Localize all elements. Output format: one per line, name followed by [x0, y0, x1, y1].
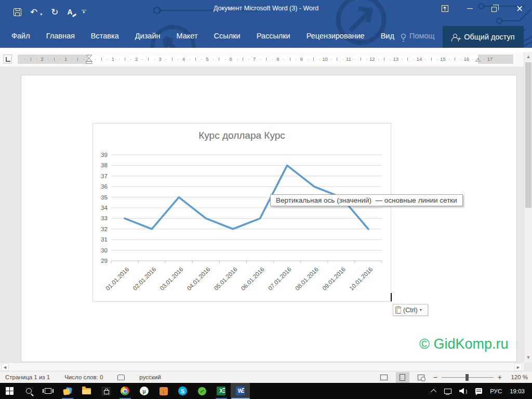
taskbar-skype-button[interactable]: S: [173, 383, 192, 399]
taskbar-photos-button[interactable]: [58, 383, 77, 399]
tab-дизайн[interactable]: Дизайн: [135, 32, 161, 40]
ruler-tick: [195, 58, 196, 61]
ruler-tick: [337, 58, 337, 61]
scroll-up-icon[interactable]: ▲: [524, 52, 532, 61]
title-and-ribbon-header: ↶ ▾ ↻ A ▾ Документ Microsoft Word (3) - …: [0, 0, 532, 48]
web-layout-button[interactable]: [415, 372, 428, 383]
x-axis-label: 06.01.2016: [240, 266, 265, 291]
indent-markers[interactable]: [18, 55, 513, 64]
task-view-icon: [45, 388, 51, 394]
zoom-in-button[interactable]: +: [498, 373, 502, 381]
language-indicator[interactable]: русский: [139, 374, 161, 380]
ruler-tick: [361, 58, 361, 61]
tab-ссылки[interactable]: Ссылки: [214, 32, 241, 40]
tab-файл[interactable]: Файл: [11, 32, 30, 40]
y-axis-label: 38: [101, 162, 108, 168]
taskbar-word-button[interactable]: W: [231, 383, 250, 399]
print-layout-button[interactable]: [396, 372, 409, 383]
taskbar-apps: µ↓SXW: [0, 383, 250, 399]
ruler-tick: [402, 59, 402, 60]
ruler-tick: [84, 59, 84, 60]
skype-icon: S: [178, 387, 187, 395]
paste-options-button[interactable]: (Ctrl) ▾: [393, 304, 428, 316]
restore-button[interactable]: [482, 0, 507, 17]
ruler-tick: [296, 59, 296, 60]
ruler-tick: [478, 58, 478, 61]
scroll-left-icon[interactable]: ◄: [1, 363, 9, 371]
scroll-right-icon[interactable]: ►: [514, 363, 522, 371]
y-axis-label: 29: [101, 258, 108, 264]
taskbar-excel-button[interactable]: X: [211, 383, 231, 399]
ruler-tick: [437, 59, 437, 60]
proofing-status-icon[interactable]: [117, 375, 125, 380]
ruler-number: 6: [230, 56, 232, 62]
tab-вставка[interactable]: Вставка: [91, 32, 119, 40]
volume-icon[interactable]: [459, 388, 468, 394]
page-indicator[interactable]: Страница 1 из 1: [5, 374, 50, 380]
vertical-scroll-thumb[interactable]: [525, 62, 531, 208]
hidden-icons-chevron-icon[interactable]: [431, 389, 436, 394]
tab-рассылки[interactable]: Рассылки: [257, 32, 290, 40]
photos-icon: [63, 388, 72, 395]
tab-рецензирование[interactable]: Рецензирование: [307, 32, 365, 40]
taskbar-utorrent-button[interactable]: µ: [135, 383, 154, 399]
ruler-tick: [48, 59, 49, 60]
x-axis-label: 10.01.2016: [348, 266, 374, 291]
scroll-down-icon[interactable]: ▼: [524, 353, 532, 362]
ribbon-tabs: ФайлГлавнаяВставкаДизайнМакетСсылкиРассы…: [0, 32, 394, 40]
taskbar-search-button[interactable]: [19, 383, 38, 399]
ruler-number: 1: [112, 56, 114, 62]
zoom-out-button[interactable]: −: [433, 373, 437, 381]
vertical-scrollbar[interactable]: ▲ ▼: [524, 52, 532, 362]
document-page[interactable]: Курс доллара Курс 2930313233343536373839…: [21, 75, 517, 362]
status-left: Страница 1 из 1 Число слов: 0 русский: [0, 374, 161, 380]
ruler-tick: [190, 59, 190, 60]
taskbar-green-app-button[interactable]: [192, 383, 211, 399]
ruler-tick: [484, 59, 485, 60]
zoom-control: − +: [433, 373, 502, 381]
text-caret: [391, 293, 392, 301]
taskbar-download-manager-button[interactable]: ↓: [154, 383, 173, 399]
tell-me-box[interactable]: Помощ: [401, 24, 442, 48]
clock[interactable]: 19:03: [510, 388, 525, 394]
ruler-tick: [172, 58, 172, 61]
taskbar-file-explorer-button[interactable]: [77, 383, 96, 399]
ribbon-display-options-button[interactable]: [432, 0, 457, 17]
taskbar-start-button[interactable]: [0, 383, 19, 399]
zoom-slider-thumb[interactable]: [466, 374, 469, 381]
zoom-level[interactable]: 120 %: [507, 374, 528, 380]
tab-вид[interactable]: Вид: [381, 32, 394, 40]
ruler-number: 13: [393, 56, 398, 62]
chart-object[interactable]: Курс доллара Курс 2930313233343536373839…: [92, 123, 391, 302]
ruler-tick: [248, 59, 249, 60]
download-manager-icon: ↓: [159, 387, 168, 395]
ruler-tick: [319, 59, 320, 60]
read-mode-button[interactable]: [377, 372, 391, 383]
tab-макет[interactable]: Макет: [177, 32, 198, 40]
taskbar-task-view-button[interactable]: [38, 383, 58, 399]
taskbar: µ↓SXW РУС 19:03: [0, 383, 532, 399]
y-axis-label: 34: [101, 205, 108, 211]
word-count[interactable]: Число слов: 0: [64, 374, 103, 380]
share-button[interactable]: + Общий доступ: [443, 26, 524, 48]
ruler-tick: [331, 59, 331, 60]
action-center-icon[interactable]: [475, 388, 482, 394]
tab-stop-selector[interactable]: [3, 55, 12, 63]
ruler-number: 4: [182, 56, 185, 62]
keyboard-language[interactable]: РУС: [490, 388, 502, 394]
horizontal-scrollbar[interactable]: ◄ ►: [0, 362, 524, 371]
taskbar-chrome-button[interactable]: [115, 383, 135, 399]
watermark: © GidKomp.ru: [419, 336, 508, 352]
ruler-number: 1: [64, 56, 67, 62]
network-icon[interactable]: [444, 389, 451, 394]
tab-главная[interactable]: Главная: [46, 32, 75, 40]
ruler-tick: [107, 59, 108, 60]
clipboard-icon: [395, 307, 401, 314]
zoom-slider[interactable]: [442, 374, 494, 381]
taskbar-store-button[interactable]: [96, 383, 115, 399]
ruler-number: 12: [369, 56, 375, 62]
ruler-tick: [266, 58, 267, 61]
word-icon: W: [236, 387, 245, 395]
minimize-button[interactable]: [457, 0, 482, 17]
close-button[interactable]: ×: [507, 0, 532, 17]
